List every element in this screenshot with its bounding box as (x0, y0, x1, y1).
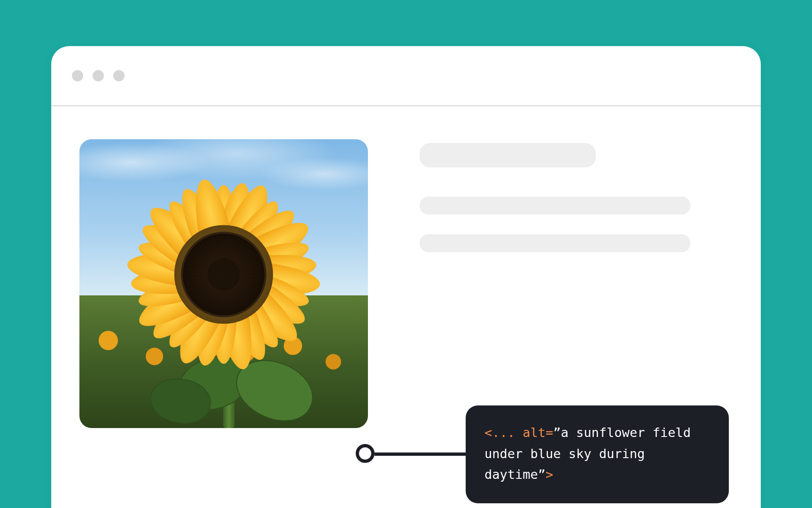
sunflower-center (174, 225, 273, 324)
sunflower-image (79, 139, 368, 428)
placeholder-line (420, 234, 690, 252)
code-bracket-close: > (546, 467, 553, 482)
placeholder-line (420, 197, 690, 214)
alt-text-code-callout: <... alt=”a sunflower field under blue s… (466, 405, 729, 503)
code-bracket-open: <... (484, 425, 523, 440)
traffic-light-minimize-icon[interactable] (93, 70, 104, 81)
callout-connector-line (375, 452, 473, 456)
traffic-light-close-icon[interactable] (72, 70, 83, 81)
callout-anchor-dot-icon (356, 444, 375, 463)
page-content: <... alt=”a sunflower field under blue s… (51, 106, 761, 508)
code-quote-close: ” (538, 467, 546, 482)
browser-chrome (51, 46, 761, 106)
code-quote-open: ” (553, 425, 561, 440)
code-attr-name: alt= (523, 425, 553, 440)
placeholder-title (420, 143, 596, 167)
browser-window: <... alt=”a sunflower field under blue s… (51, 46, 761, 508)
sunflower-head (125, 175, 322, 373)
traffic-light-zoom-icon[interactable] (113, 70, 125, 81)
